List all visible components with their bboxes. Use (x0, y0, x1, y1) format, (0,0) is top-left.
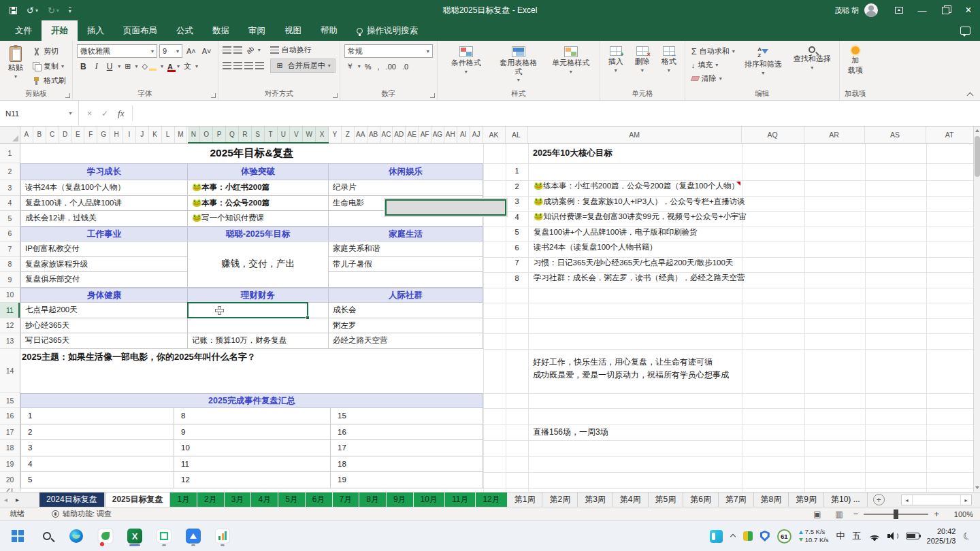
zoom-slider-thumb[interactable] (894, 510, 898, 519)
column-header[interactable]: AM (528, 127, 742, 143)
lang-indicator[interactable]: 五 (853, 530, 862, 542)
selection-box[interactable] (187, 302, 308, 318)
align-top-icon[interactable] (223, 46, 231, 54)
cut-button[interactable]: 剪切 (31, 46, 68, 57)
column-header[interactable]: M (175, 127, 188, 143)
column-header[interactable]: K (149, 127, 162, 143)
sheet-tab[interactable]: 4月 (251, 492, 278, 507)
cell[interactable]: 2 (506, 182, 528, 190)
shrink-font-button[interactable]: A˅ (200, 46, 214, 56)
increase-decimal-button[interactable]: .00 (384, 62, 398, 71)
battery-icon[interactable] (906, 533, 919, 539)
cell[interactable]: 复盘100讲，个人品牌100讲 (20, 196, 188, 212)
sheet-tab[interactable]: 12月 (476, 492, 507, 507)
sheet-tab[interactable]: 2024目标复盘 (39, 492, 105, 507)
page-layout-view-button[interactable]: ▣ (810, 509, 825, 520)
column-header[interactable]: AD (393, 127, 406, 143)
font-size-select[interactable]: 9▾ (159, 44, 182, 58)
font-name-select[interactable]: 微软雅黑▾ (77, 44, 157, 58)
row-header[interactable]: 10 (0, 288, 20, 303)
column-header[interactable]: H (110, 127, 123, 143)
zoom-level[interactable]: 100% (946, 510, 973, 518)
select-all-corner[interactable] (0, 127, 20, 143)
cell[interactable]: 🐸本事：小红书200篇 (188, 180, 329, 196)
row-header[interactable]: 1 (0, 144, 20, 163)
sheet-tab[interactable]: 3月 (225, 492, 252, 507)
column-header[interactable]: F (84, 127, 97, 143)
copy-button[interactable]: 复制▾ (31, 61, 68, 72)
format-cells-button[interactable]: ↔ 格式▾ (657, 44, 681, 76)
speaker-icon[interactable] (887, 532, 898, 540)
cell[interactable]: 16 (331, 424, 483, 441)
cell[interactable]: 🐸本事：公众号200篇 (188, 196, 329, 212)
sheet-tab[interactable]: 第8周 (754, 492, 789, 507)
column-header[interactable]: AL (506, 127, 528, 143)
menu-tab[interactable]: 帮助 (311, 20, 347, 41)
delete-cells-button[interactable]: × 删除▾ (631, 44, 654, 76)
taskbar-edge[interactable] (68, 527, 84, 546)
column-header[interactable]: A (20, 127, 33, 143)
row-header[interactable]: 19 (0, 456, 20, 473)
clock[interactable]: 20:42 2025/1/3 (927, 527, 956, 546)
row-header[interactable]: 9 (0, 272, 20, 288)
sheet-tab[interactable]: 第5周 (649, 492, 684, 507)
sheet-nav-left-icon[interactable]: ◂ (0, 492, 12, 507)
cell[interactable]: 记账：预算10万，财务复盘 (188, 333, 329, 349)
autosum-button[interactable]: Σ自动求和▾ (689, 46, 737, 57)
cell[interactable]: 读书24本（读复盘100个人物书籍） (528, 242, 964, 252)
horizontal-scrollbar[interactable]: ◂ ▸ (901, 495, 972, 505)
cell[interactable]: 必经之路天空营 (329, 333, 483, 349)
row-header[interactable]: 18 (0, 440, 20, 456)
cell[interactable]: 体验突破 (188, 163, 329, 180)
cell[interactable]: 2 (20, 424, 174, 441)
align-center-icon[interactable] (385, 199, 506, 216)
sheet-tab[interactable]: 7月 (333, 492, 360, 507)
column-header[interactable]: L (162, 127, 175, 143)
cell[interactable]: 11 (174, 456, 331, 473)
cell[interactable]: 1 (506, 167, 528, 175)
undo-icon[interactable]: ↺▾ (27, 5, 38, 16)
comma-button[interactable]: , (376, 62, 382, 71)
cell[interactable]: 理财财务 (188, 288, 329, 303)
column-header[interactable]: Y (329, 127, 342, 143)
column-header[interactable]: AG (431, 127, 444, 143)
font-color-button[interactable]: A (165, 62, 175, 71)
insert-function-icon[interactable]: fx (118, 108, 124, 119)
accessibility-status[interactable]: 辅助功能: 调查 (52, 509, 112, 519)
dialog-launcher-icon[interactable] (333, 93, 338, 98)
column-header[interactable]: AF (419, 127, 431, 143)
sheet-tab[interactable]: 8月 (359, 492, 387, 507)
cell[interactable] (329, 272, 483, 288)
name-box-dropdown[interactable]: ▾ (63, 101, 79, 126)
row-header[interactable]: 3 (0, 180, 20, 196)
cell[interactable]: 6 (506, 244, 528, 252)
cell[interactable]: 休闲娱乐 (329, 163, 483, 180)
dialog-launcher-icon[interactable] (430, 93, 435, 98)
align-bottom-icon[interactable] (233, 46, 242, 54)
row-header[interactable]: 15 (0, 393, 20, 408)
sheet-tab[interactable]: 1月 (170, 492, 197, 507)
sheet-nav-right-icon[interactable]: ▸ (12, 492, 23, 507)
sheet-tab[interactable]: 10月 (414, 492, 445, 507)
sheet-tab[interactable]: 第2周 (542, 492, 578, 507)
avatar[interactable] (864, 3, 878, 17)
fill-handle[interactable] (306, 316, 310, 320)
scroll-up-icon[interactable] (974, 127, 980, 135)
night-mode-icon[interactable]: ☾ (962, 529, 973, 542)
cell[interactable]: 抄心经365天 (20, 318, 188, 334)
cell[interactable]: 聪聪-2025年目标 (188, 227, 329, 242)
cell[interactable]: 复盘俱乐部交付 (20, 272, 188, 288)
cell[interactable]: 🐸成功案例：复盘家族10人+IP3人），公众号专栏+直播访谈 (528, 197, 964, 207)
column-header[interactable]: AA (355, 127, 368, 143)
sheet-tab[interactable]: 第4周 (613, 492, 649, 507)
column-header[interactable]: B (33, 127, 46, 143)
borders-button[interactable]: ⊞ (122, 61, 133, 71)
close-button[interactable]: × (957, 0, 980, 20)
ime-indicator[interactable]: 中 (836, 530, 845, 542)
column-header[interactable]: AK (483, 127, 506, 143)
format-as-table-button[interactable]: 套用表格格式▾ (494, 44, 543, 85)
column-header[interactable]: AR (804, 127, 865, 143)
cell[interactable]: 纪录片 (329, 180, 483, 196)
increase-indent-icon[interactable] (255, 62, 264, 69)
cell[interactable]: 12 (174, 472, 331, 488)
